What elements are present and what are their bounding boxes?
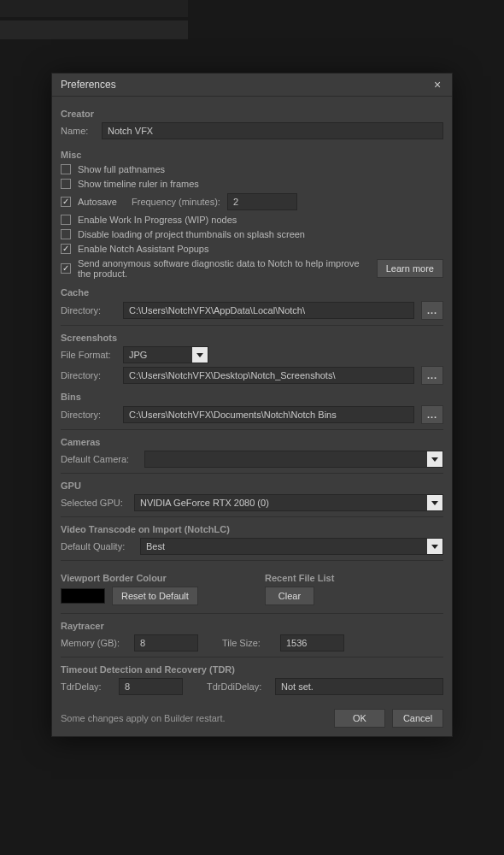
- chevron-down-icon: [192, 347, 208, 363]
- enable-assistant-checkbox[interactable]: [61, 244, 71, 254]
- tdrdelay-input[interactable]: [119, 678, 183, 695]
- preferences-dialog: Preferences × Creator Name: Misc Show fu…: [51, 73, 453, 737]
- cameras-heading: Cameras: [61, 437, 443, 447]
- enable-wip-checkbox[interactable]: [61, 215, 71, 225]
- autosave-checkbox[interactable]: [61, 197, 71, 207]
- cache-directory-label: Directory:: [61, 305, 116, 315]
- viewport-color-swatch[interactable]: [61, 588, 105, 604]
- screenshots-directory-input[interactable]: [123, 367, 414, 384]
- autosave-label: Autosave: [78, 197, 125, 207]
- default-camera-label: Default Camera:: [61, 454, 138, 464]
- transcode-heading: Video Transcode on Import (NotchLC): [61, 524, 443, 534]
- tdrdelay-label: TdrDelay:: [61, 681, 112, 692]
- disable-thumbnails-label: Disable loading of project thumbnails on…: [78, 229, 305, 239]
- default-quality-value: Best: [146, 541, 165, 551]
- chevron-down-icon: [427, 495, 442, 510]
- viewport-heading: Viewport Border Colour: [61, 573, 239, 583]
- clear-recent-button[interactable]: Clear: [265, 587, 314, 605]
- close-icon[interactable]: ×: [431, 79, 443, 91]
- misc-heading: Misc: [61, 150, 443, 160]
- screenshots-heading: Screenshots: [61, 333, 443, 343]
- dialog-title: Preferences: [61, 79, 116, 91]
- tile-size-label: Tile Size:: [222, 638, 273, 648]
- bins-directory-label: Directory:: [61, 410, 116, 420]
- cancel-button[interactable]: Cancel: [392, 709, 443, 728]
- file-format-dropdown[interactable]: JPG: [123, 346, 208, 363]
- file-format-label: File Format:: [61, 350, 116, 360]
- selected-gpu-value: NVIDIA GeForce RTX 2080 (0): [140, 498, 269, 508]
- selected-gpu-dropdown[interactable]: NVIDIA GeForce RTX 2080 (0): [134, 494, 443, 511]
- chevron-down-icon: [427, 539, 442, 554]
- disable-thumbnails-checkbox[interactable]: [61, 229, 71, 239]
- send-diagnostic-label: Send anonymous software diagnostic data …: [78, 258, 370, 279]
- footer-note: Some changes apply on Builder restart.: [61, 713, 327, 723]
- selected-gpu-label: Selected GPU:: [61, 498, 127, 508]
- tile-size-input[interactable]: [280, 634, 344, 652]
- bins-browse-button[interactable]: ...: [421, 405, 443, 424]
- default-camera-dropdown[interactable]: [144, 451, 443, 468]
- cache-directory-input[interactable]: [123, 302, 414, 319]
- file-format-value: JPG: [129, 350, 147, 360]
- send-diagnostic-checkbox[interactable]: [61, 263, 71, 274]
- gpu-heading: GPU: [61, 481, 443, 491]
- chevron-down-icon: [427, 451, 442, 467]
- screenshots-directory-label: Directory:: [61, 370, 116, 380]
- tdrddidelay-label: TdrDdiDelay:: [207, 681, 268, 692]
- tdrddidelay-input[interactable]: [275, 678, 443, 695]
- creator-heading: Creator: [61, 109, 443, 119]
- name-label: Name:: [61, 126, 95, 136]
- titlebar: Preferences ×: [52, 74, 452, 97]
- enable-assistant-label: Enable Notch Assistant Popups: [78, 244, 208, 254]
- bins-directory-input[interactable]: [123, 406, 414, 423]
- frequency-label: Frequency (minutes):: [132, 197, 220, 207]
- show-full-pathnames-checkbox[interactable]: [61, 164, 71, 174]
- tdr-heading: Timeout Detection and Recovery (TDR): [61, 664, 443, 675]
- cache-heading: Cache: [61, 287, 443, 298]
- name-input[interactable]: [102, 122, 443, 139]
- enable-wip-label: Enable Work In Progress (WIP) nodes: [78, 215, 237, 225]
- bins-heading: Bins: [61, 392, 443, 402]
- ok-button[interactable]: OK: [334, 709, 385, 728]
- memory-input[interactable]: [134, 634, 198, 652]
- show-timeline-ruler-label: Show timeline ruler in frames: [78, 179, 199, 189]
- frequency-input[interactable]: [227, 193, 297, 210]
- memory-label: Memory (GB):: [61, 638, 127, 648]
- reset-to-default-button[interactable]: Reset to Default: [112, 587, 198, 605]
- raytracer-heading: Raytracer: [61, 621, 443, 631]
- learn-more-button[interactable]: Learn more: [377, 259, 443, 278]
- recent-heading: Recent File List: [265, 573, 443, 583]
- default-quality-dropdown[interactable]: Best: [140, 538, 443, 555]
- show-full-pathnames-label: Show full pathnames: [78, 164, 165, 174]
- show-timeline-ruler-checkbox[interactable]: [61, 179, 71, 189]
- screenshots-browse-button[interactable]: ...: [421, 366, 443, 385]
- cache-browse-button[interactable]: ...: [421, 301, 443, 320]
- default-quality-label: Default Quality:: [61, 541, 133, 551]
